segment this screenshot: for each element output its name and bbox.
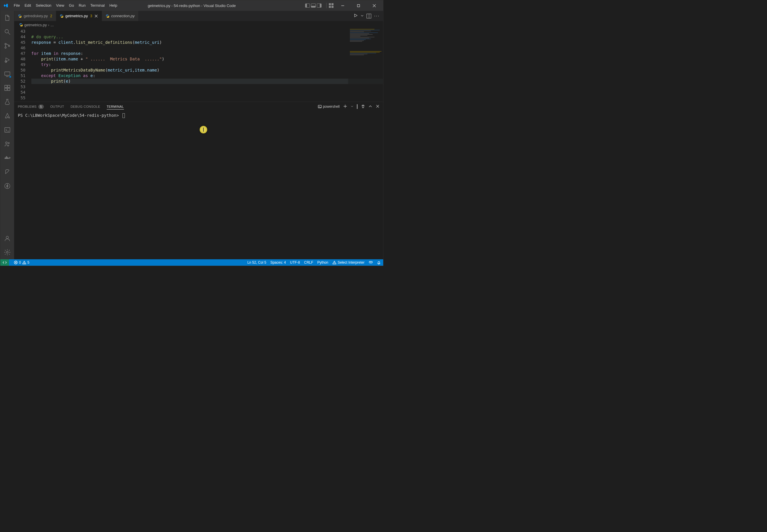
close-panel-icon[interactable] bbox=[376, 104, 380, 109]
svg-rect-16 bbox=[8, 88, 10, 91]
run-debug-icon[interactable] bbox=[0, 53, 14, 67]
svg-point-4 bbox=[5, 29, 8, 33]
accounts-icon[interactable] bbox=[0, 231, 14, 245]
svg-line-5 bbox=[8, 33, 10, 34]
sql-server-icon[interactable] bbox=[0, 165, 14, 179]
svg-rect-15 bbox=[5, 88, 7, 91]
svg-point-18 bbox=[6, 142, 7, 144]
svg-rect-13 bbox=[5, 85, 7, 88]
tab-label: getrediskey.py bbox=[24, 14, 48, 18]
terminal-body[interactable]: PS C:\LBWorkSpace\MyCode\54-redis-python… bbox=[14, 111, 383, 259]
tab-badge: 2 bbox=[50, 14, 52, 18]
testing-icon[interactable] bbox=[0, 95, 14, 109]
panel-tabs: PROBLEMS 5 OUTPUT DEBUG CONSOLE TERMINAL… bbox=[14, 102, 383, 111]
toggle-panel-icon[interactable] bbox=[311, 4, 316, 8]
menu-view[interactable]: View bbox=[54, 0, 67, 11]
chevron-down-icon[interactable] bbox=[361, 14, 364, 18]
tab-getrediskey[interactable]: getrediskey.py 2 bbox=[14, 11, 56, 21]
svg-point-24 bbox=[5, 183, 10, 189]
teams-icon[interactable] bbox=[0, 137, 14, 151]
status-language[interactable]: Python bbox=[317, 260, 328, 265]
panel-tab-debug-console[interactable]: DEBUG CONSOLE bbox=[71, 105, 100, 108]
split-terminal-icon[interactable] bbox=[357, 105, 358, 109]
azure-icon[interactable] bbox=[0, 109, 14, 123]
more-actions-icon[interactable]: ··· bbox=[374, 13, 380, 19]
docker-icon[interactable] bbox=[0, 151, 14, 165]
bottom-panel: PROBLEMS 5 OUTPUT DEBUG CONSOLE TERMINAL… bbox=[14, 102, 383, 259]
line-number-gutter: 43444546474849505152535455 bbox=[14, 29, 29, 102]
editor-area: getrediskey.py 2 getmetrics.py 3 connect… bbox=[14, 11, 383, 259]
panel-tab-terminal[interactable]: TERMINAL bbox=[107, 105, 124, 109]
python-file-icon bbox=[60, 14, 64, 18]
remote-explorer-icon[interactable] bbox=[0, 67, 14, 81]
menu-go[interactable]: Go bbox=[67, 0, 76, 11]
window-minimize-button[interactable] bbox=[336, 0, 349, 11]
status-feedback-icon[interactable] bbox=[369, 260, 373, 265]
status-cursor-position[interactable]: Ln 52, Col 5 bbox=[247, 260, 266, 265]
tab-connection[interactable]: connection.py bbox=[102, 11, 138, 21]
status-interpreter[interactable]: Select Interpreter bbox=[332, 260, 365, 265]
tab-label: connection.py bbox=[111, 14, 135, 18]
extensions-icon[interactable] bbox=[0, 81, 14, 95]
menu-edit[interactable]: Edit bbox=[22, 0, 33, 11]
svg-rect-11 bbox=[5, 72, 10, 75]
menu-terminal[interactable]: Terminal bbox=[88, 0, 107, 11]
split-editor-icon[interactable] bbox=[367, 14, 371, 18]
close-icon[interactable] bbox=[94, 14, 98, 18]
tab-getmetrics[interactable]: getmetrics.py 3 bbox=[56, 11, 102, 21]
divider bbox=[326, 3, 327, 8]
panel-tab-problems[interactable]: PROBLEMS 5 bbox=[18, 105, 44, 109]
chevron-down-icon[interactable] bbox=[351, 105, 353, 109]
search-icon[interactable] bbox=[0, 25, 14, 39]
svg-marker-29 bbox=[355, 14, 357, 17]
svg-rect-1 bbox=[357, 4, 360, 7]
menu-selection[interactable]: Selection bbox=[33, 0, 53, 11]
status-indentation[interactable]: Spaces: 4 bbox=[270, 260, 286, 265]
status-bar: 0 5 Ln 52, Col 5 Spaces: 4 UTF-8 CRLF Py… bbox=[0, 259, 383, 266]
window-close-button[interactable] bbox=[367, 0, 381, 11]
code-content[interactable]: # do query...response = client.list_metr… bbox=[29, 29, 383, 102]
vscode-logo-icon bbox=[3, 3, 8, 8]
python-file-icon bbox=[18, 14, 22, 18]
toggle-secondary-sidebar-icon[interactable] bbox=[317, 4, 322, 8]
status-errors-warnings[interactable]: 0 5 bbox=[14, 260, 29, 265]
tab-label: getmetrics.py bbox=[65, 14, 88, 18]
status-encoding[interactable]: UTF-8 bbox=[290, 260, 300, 265]
remote-indicator[interactable] bbox=[0, 259, 9, 266]
breadcrumb[interactable]: getmetrics.py › ... bbox=[14, 21, 383, 29]
code-editor[interactable]: 43444546474849505152535455 # do query...… bbox=[14, 29, 383, 102]
svg-rect-17 bbox=[5, 128, 10, 132]
svg-point-25 bbox=[6, 236, 8, 239]
svg-rect-23 bbox=[6, 157, 7, 157]
settings-gear-icon[interactable] bbox=[0, 245, 14, 259]
panel-tab-output[interactable]: OUTPUT bbox=[50, 105, 64, 108]
terminal-profile-icon[interactable]: powershell bbox=[318, 105, 340, 109]
svg-point-39 bbox=[24, 264, 24, 264]
toggle-primary-sidebar-icon[interactable] bbox=[305, 4, 310, 8]
menu-help[interactable]: Help bbox=[107, 0, 119, 11]
window-maximize-button[interactable] bbox=[352, 0, 365, 11]
status-eol[interactable]: CRLF bbox=[304, 260, 313, 265]
mouse-cursor-highlight bbox=[200, 126, 207, 133]
status-bell-icon[interactable] bbox=[377, 260, 381, 265]
editor-tabs: getrediskey.py 2 getmetrics.py 3 connect… bbox=[14, 11, 383, 21]
minimap[interactable] bbox=[348, 29, 383, 102]
svg-point-7 bbox=[5, 47, 6, 48]
source-control-icon[interactable] bbox=[0, 39, 14, 53]
svg-point-26 bbox=[6, 251, 8, 253]
kill-terminal-icon[interactable] bbox=[361, 104, 365, 109]
console-icon[interactable] bbox=[0, 123, 14, 137]
breadcrumb-file: getmetrics.py bbox=[24, 23, 47, 27]
svg-point-41 bbox=[369, 261, 371, 263]
run-file-button[interactable] bbox=[354, 13, 358, 18]
new-terminal-button[interactable] bbox=[343, 104, 347, 109]
thunder-icon[interactable] bbox=[0, 179, 14, 193]
terminal-prompt: PS C:\LBWorkSpace\MyCode\54-redis-python… bbox=[18, 113, 121, 118]
python-file-icon bbox=[105, 14, 110, 18]
customize-layout-icon[interactable] bbox=[329, 3, 334, 8]
explorer-icon[interactable] bbox=[0, 11, 14, 25]
problems-count-badge: 5 bbox=[38, 105, 44, 109]
chevron-up-icon[interactable] bbox=[369, 105, 372, 109]
menu-file[interactable]: File bbox=[11, 0, 22, 11]
menu-run[interactable]: Run bbox=[76, 0, 88, 11]
